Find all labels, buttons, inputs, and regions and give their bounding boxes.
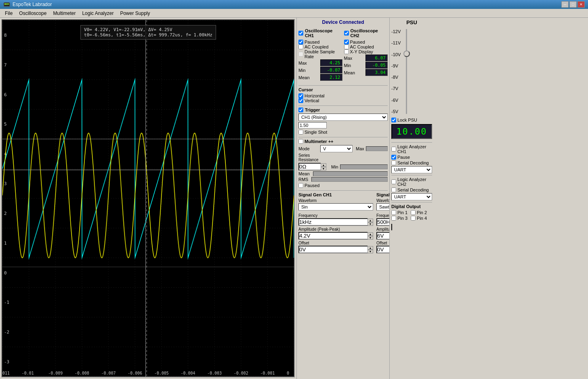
cursor-horizontal-checkbox[interactable] (298, 93, 303, 98)
ch1-panel: Oscilloscope CH1 Paused AC Coupled Doubl… (298, 28, 342, 81)
close-button[interactable]: ✕ (578, 1, 585, 8)
psu-v-12: -12V (391, 29, 401, 34)
ch1-paused-checkbox[interactable] (298, 40, 303, 44)
menu-oscilloscope[interactable]: Oscilloscope (16, 10, 50, 17)
sig-gen-ch1: Signal Gen CH1 Waveform SinSquareTriangl… (298, 192, 373, 255)
menu-logic-analyzer[interactable]: Logic Analyzer (79, 10, 117, 17)
mm-paused-checkbox[interactable] (298, 183, 303, 188)
sig-gen-ch2-waveform-select[interactable]: SinSquareTriangleSawtoothDC (376, 203, 389, 211)
sig-gen-ch2-amp-label: Amplitude (Peak-Peak) (376, 227, 389, 232)
sig-gen-ch2-freq-input[interactable] (376, 218, 389, 226)
ch2-max-label: Max (344, 56, 353, 61)
trigger-single-shot-checkbox[interactable] (298, 130, 303, 135)
sig-gen-ch2: Signal Gen CH2 Waveform SinSquareTriangl… (376, 192, 389, 255)
mm-series-up[interactable]: ▲ (321, 163, 326, 167)
ch1-min-label: Min (298, 68, 306, 73)
sig-gen-ch2-waveform-label: Waveform (376, 198, 389, 203)
ch2-xy-display-checkbox[interactable] (344, 49, 349, 54)
pin1-checkbox[interactable] (391, 210, 396, 215)
ch1-min-value: -0.07 (320, 67, 342, 74)
menu-multimeter[interactable]: Multimeter (50, 10, 79, 17)
sig-gen-ch1-title: Signal Gen CH1 (298, 192, 373, 197)
psu-lock-checkbox[interactable] (391, 118, 396, 122)
ch1-ac-coupled-checkbox[interactable] (298, 44, 303, 49)
multimeter-enable-checkbox[interactable] (298, 139, 303, 144)
sig-gen-ch1-freq-input[interactable] (298, 218, 368, 226)
mm-mode-select[interactable]: VAΩC (320, 145, 353, 152)
mm-series-resistance-input[interactable] (298, 163, 321, 171)
oscilloscope-display[interactable]: V0= 4.22V, V1=-22.91mV, ΔV= 4.25V t0=-6.… (2, 19, 295, 377)
ch1-max-value: 4.25 (320, 59, 342, 66)
sig-gen-ch1-amp-down[interactable]: ▼ (368, 236, 373, 240)
trigger-level-input[interactable] (298, 122, 327, 128)
logic-analyzer-ch2-serial-label: Serial Decoding (397, 187, 429, 192)
maximize-button[interactable]: □ (569, 1, 577, 8)
mm-mode-label: Mode (298, 146, 319, 151)
psu-v-6: -6V (391, 98, 401, 103)
pin3-checkbox[interactable] (391, 216, 396, 221)
ch1-enable-checkbox[interactable] (298, 31, 303, 36)
logic-analyzer-ch1-serial-checkbox[interactable] (391, 160, 396, 165)
pin3-label: Pin 3 (397, 216, 407, 221)
ch1-double-sample-checkbox[interactable] (298, 52, 303, 57)
tooltip-line2: t0=-6.56ms, t1=-5.56ms, Δt= 999.72us, f=… (84, 32, 212, 38)
sig-gen-ch1-freq-up[interactable]: ▲ (368, 219, 373, 222)
sig-gen-ch1-offset-down[interactable]: ▼ (368, 250, 373, 253)
ch1-max-label: Max (298, 61, 307, 65)
trigger-source-select[interactable]: CH1 (Rising) CH1 (Falling) CH2 (Rising) … (298, 114, 388, 121)
menu-power-supply[interactable]: Power Supply (117, 10, 153, 17)
mm-max-label: Max (356, 146, 364, 151)
trigger-single-shot-label: Single Shot (304, 130, 327, 135)
ch2-panel: Oscilloscope CH2 Paused AC Coupled X-Y D… (344, 28, 388, 81)
ch2-max-value: 6.07 (365, 55, 388, 61)
psu-v-11: -11V (391, 40, 401, 45)
sig-gen-ch2-offset-input[interactable] (376, 246, 389, 253)
ch2-paused-label: Paused (350, 40, 365, 44)
cursor-vertical-checkbox[interactable] (298, 98, 303, 103)
ch2-mean-label: Mean (344, 70, 355, 75)
minimize-button[interactable]: ─ (561, 1, 569, 8)
ch2-ac-coupled-checkbox[interactable] (344, 44, 349, 49)
mm-series-down[interactable]: ▼ (321, 167, 326, 171)
control-panel: Device Connected Oscilloscope CH1 Paused (296, 18, 389, 379)
logic-analyzer-ch2-checkbox[interactable] (391, 179, 396, 184)
logic-analyzer-ch2-label: Logic Analyzer CH2 (397, 177, 432, 187)
logic-analyzer-ch1-checkbox[interactable] (391, 147, 396, 152)
main-area: V0= 4.22V, V1=-22.91mV, ΔV= 4.25V t0=-6.… (0, 18, 588, 379)
sig-gen-ch1-freq-down[interactable]: ▼ (368, 222, 373, 226)
sig-gen-ch1-amp-up[interactable]: ▲ (368, 232, 373, 236)
digital-output-section: Digital Output Pin 1 Pin 2 Pin 3 (391, 202, 432, 230)
sig-gen-ch1-waveform-select[interactable]: SinSquareTriangleSawtoothDC (298, 203, 373, 211)
ch2-min-value: -0.05 (365, 62, 388, 69)
titlebar: 📟 EspoTek Labrador ─ □ ✕ (0, 0, 588, 9)
tooltip-line1: V0= 4.22V, V1=-22.91mV, ΔV= 4.25V (84, 27, 212, 32)
mm-mean-bar (313, 171, 388, 176)
mm-min-bar (340, 164, 388, 169)
logic-analyzer-ch2-serial-checkbox[interactable] (391, 187, 396, 192)
logic-analyzer-ch1-label: Logic Analyzer CH1 (397, 144, 432, 154)
menubar: File Oscilloscope Multimeter Logic Analy… (0, 9, 588, 18)
measurement-tooltip: V0= 4.22V, V1=-22.91mV, ΔV= 4.25V t0=-6.… (80, 25, 216, 40)
logic-analyzer-ch1-uart-select[interactable]: UARTSPII2C (391, 166, 432, 173)
psu-knob[interactable] (403, 51, 410, 57)
sig-gen-ch1-amp-input[interactable] (298, 232, 368, 240)
ch1-paused-label: Paused (304, 40, 319, 44)
sig-gen-ch1-offset-up[interactable]: ▲ (368, 246, 373, 250)
logic-analyzer-ch1-pause-checkbox[interactable] (391, 155, 396, 160)
pin2-checkbox[interactable] (411, 210, 416, 215)
mm-series-resistance-label: Series Resistance (298, 153, 319, 162)
psu-v-10: -10V (391, 52, 401, 57)
ch2-paused-checkbox[interactable] (344, 40, 349, 44)
pin4-checkbox[interactable] (411, 216, 416, 221)
sig-gen-ch1-offset-input[interactable] (298, 246, 368, 253)
trigger-enable-checkbox[interactable] (298, 107, 303, 112)
logic-analyzer-ch2-uart-select[interactable]: UARTSPII2C (391, 193, 432, 200)
sig-gen-ch2-freq-label: Frequency (376, 213, 389, 218)
digital-output-label: Digital Output (391, 204, 432, 209)
logic-analyzer-ch2-section: Logic Analyzer CH2 Serial Decoding UARTS… (391, 175, 432, 200)
menu-file[interactable]: File (2, 10, 16, 17)
ch2-enable-checkbox[interactable] (344, 31, 349, 36)
sig-gen-ch2-amp-input[interactable] (376, 232, 389, 240)
terminal-cursor (391, 224, 392, 230)
psu-v-8: -8V (391, 75, 401, 80)
